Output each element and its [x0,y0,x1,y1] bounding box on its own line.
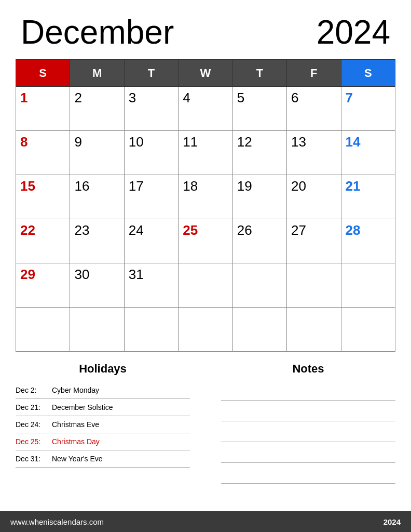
calendar-cell: 10 [124,131,178,175]
note-line[interactable] [221,403,395,421]
holiday-row: Dec 31:New Year's Eve [16,450,190,468]
holiday-row: Dec 25:Christmas Day [16,433,190,450]
calendar-week-1: 1234567 [16,87,395,131]
day-header-w: W [179,60,232,87]
calendar-cell: 5 [232,87,286,131]
calendar-cell: 1 [16,87,70,131]
calendar-cell: 8 [16,131,70,175]
holiday-date: Dec 2: [16,386,52,394]
calendar-week-2: 891011121314 [16,131,395,175]
month-title: December [21,16,174,49]
holiday-row: Dec 2:Cyber Monday [16,382,190,399]
holiday-name: New Year's Eve [52,455,103,463]
holiday-name: December Solstice [52,403,113,411]
calendar-cell [179,308,232,352]
calendar-table: SMTWTFS 12345678910111213141516171819202… [16,59,395,352]
holiday-row: Dec 21:December Solstice [16,399,190,416]
calendar-cell [287,263,341,308]
day-header-s: S [16,60,70,87]
note-line[interactable] [221,382,395,401]
note-line[interactable] [221,465,395,484]
calendar-cell: 11 [179,131,232,175]
header: December 2024 [0,0,411,59]
calendar-cell: 3 [124,87,178,131]
calendar-week-5: 293031 [16,263,395,308]
holidays-list: Dec 2:Cyber MondayDec 21:December Solsti… [16,382,190,468]
calendar-cell: 30 [70,263,124,308]
calendar-cell [70,308,124,352]
day-header-t: T [124,60,178,87]
holiday-date: Dec 25: [16,437,52,446]
notes-section: Notes [211,362,395,506]
holiday-date: Dec 21: [16,403,52,411]
calendar-cell [124,308,178,352]
calendar-cell: 13 [287,131,341,175]
calendar-cell: 24 [124,219,178,263]
calendar-week-6 [16,308,395,352]
footer: www.wheniscalendars.com 2024 [0,511,411,532]
calendar-cell: 12 [232,131,286,175]
calendar-cell: 19 [232,175,286,219]
day-header-s: S [341,60,395,87]
calendar-cell: 7 [341,87,395,131]
day-header-t: T [232,60,286,87]
calendar-cell: 28 [341,219,395,263]
calendar-cell [232,308,286,352]
calendar-body: 1234567891011121314151617181920212223242… [16,87,395,352]
calendar-cell: 14 [341,131,395,175]
calendar-cell: 26 [232,219,286,263]
calendar-cell: 25 [179,219,232,263]
footer-url: www.wheniscalendars.com [10,517,104,526]
holidays-section: Holidays Dec 2:Cyber MondayDec 21:Decemb… [16,362,200,506]
calendar-cell: 6 [287,87,341,131]
calendar-cell: 31 [124,263,178,308]
calendar-cell [179,263,232,308]
calendar-cell: 22 [16,219,70,263]
calendar-cell [341,263,395,308]
notes-lines [221,382,395,484]
calendar-cell [341,308,395,352]
calendar-cell [16,308,70,352]
calendar-cell: 23 [70,219,124,263]
calendar-cell: 21 [341,175,395,219]
note-line[interactable] [221,444,395,463]
calendar-header-row: SMTWTFS [16,60,395,87]
note-line[interactable] [221,423,395,442]
calendar-cell: 4 [179,87,232,131]
calendar-cell: 9 [70,131,124,175]
holiday-name: Cyber Monday [52,386,99,394]
holiday-date: Dec 31: [16,455,52,463]
calendar-week-4: 22232425262728 [16,219,395,263]
calendar-cell: 2 [70,87,124,131]
calendar-cell: 18 [179,175,232,219]
footer-year: 2024 [383,517,401,526]
calendar-week-3: 15161718192021 [16,175,395,219]
day-header-m: M [70,60,124,87]
calendar-cell [232,263,286,308]
calendar-cell: 27 [287,219,341,263]
holiday-date: Dec 24: [16,420,52,429]
calendar-cell: 15 [16,175,70,219]
holiday-row: Dec 24:Christmas Eve [16,416,190,433]
calendar-wrapper: SMTWTFS 12345678910111213141516171819202… [0,59,411,352]
holidays-title: Holidays [16,362,190,376]
calendar-cell: 17 [124,175,178,219]
year-title: 2024 [317,16,390,49]
bottom-section: Holidays Dec 2:Cyber MondayDec 21:Decemb… [0,352,411,511]
calendar-cell: 29 [16,263,70,308]
holiday-name: Christmas Eve [52,420,99,429]
day-header-f: F [287,60,341,87]
calendar-cell: 16 [70,175,124,219]
calendar-cell: 20 [287,175,341,219]
notes-title: Notes [221,362,395,376]
calendar-page: December 2024 SMTWTFS 123456789101112131… [0,0,411,532]
calendar-cell [287,308,341,352]
holiday-name: Christmas Day [52,437,100,446]
